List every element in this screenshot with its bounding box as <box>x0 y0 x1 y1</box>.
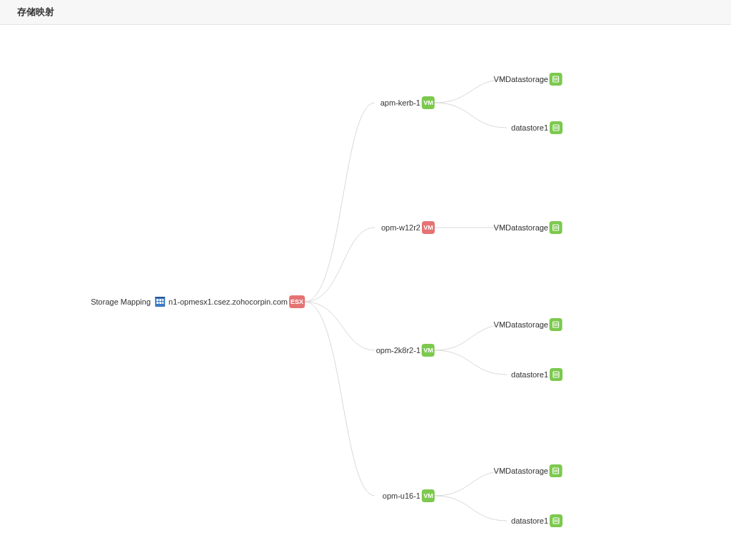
vm-node-1[interactable]: opm-w12r2 VM <box>381 221 435 234</box>
datastore-icon <box>550 368 563 381</box>
vm-label: opm-w12r2 <box>381 223 420 232</box>
svg-rect-26 <box>553 518 559 524</box>
datastore-label: VMDatastorage <box>494 320 548 329</box>
datastore-node[interactable]: datastore1 <box>511 121 563 134</box>
building-icon <box>153 295 166 308</box>
vm-node-3[interactable]: opm-u16-1 VM <box>383 489 435 502</box>
datastore-node[interactable]: datastore1 <box>511 514 563 527</box>
datastore-icon <box>550 121 563 134</box>
vm-label: opm-u16-1 <box>383 492 420 500</box>
svg-rect-20 <box>553 372 559 377</box>
vm-badge: VM <box>422 221 435 234</box>
svg-rect-3 <box>162 299 163 301</box>
datastore-node[interactable]: VMDatastorage <box>494 221 563 234</box>
vm-badge: VM <box>422 344 435 357</box>
datastore-icon <box>550 73 563 86</box>
svg-rect-5 <box>159 302 161 304</box>
datastore-label: datastore1 <box>511 370 548 379</box>
datastore-label: datastore1 <box>511 123 548 132</box>
datastore-label: datastore1 <box>511 516 548 525</box>
root-node[interactable]: Storage Mapping <box>91 295 169 308</box>
datastore-label: VMDatastorage <box>494 75 548 83</box>
datastore-icon <box>550 464 563 477</box>
datastore-label: VMDatastorage <box>494 223 548 232</box>
svg-rect-6 <box>162 302 163 304</box>
svg-rect-7 <box>155 297 165 298</box>
datastore-icon <box>550 318 563 331</box>
esx-badge: ESX <box>289 295 305 308</box>
svg-rect-17 <box>553 322 559 327</box>
esx-host-node[interactable]: n1-opmesx1.csez.zohocorpin.com ESX <box>168 295 305 308</box>
svg-rect-1 <box>156 299 158 301</box>
vm-label: opm-2k8r2-1 <box>376 346 420 355</box>
svg-rect-23 <box>553 468 559 474</box>
connector-lines <box>0 25 731 560</box>
datastore-node[interactable]: VMDatastorage <box>494 464 563 477</box>
svg-rect-8 <box>553 76 559 82</box>
datastore-node[interactable]: datastore1 <box>511 368 563 381</box>
diagram-canvas: Storage Mapping n1-opmesx1.csez.zohocorp… <box>0 25 731 560</box>
svg-rect-14 <box>553 225 559 230</box>
root-label: Storage Mapping <box>91 297 151 306</box>
svg-rect-2 <box>159 299 161 301</box>
vm-node-0[interactable]: apm-kerb-1 VM <box>380 96 435 109</box>
datastore-icon <box>550 221 563 234</box>
datastore-node[interactable]: VMDatastorage <box>494 318 563 331</box>
vm-badge: VM <box>422 96 435 109</box>
vm-node-2[interactable]: opm-2k8r2-1 VM <box>376 344 435 357</box>
svg-rect-4 <box>156 302 158 304</box>
vm-badge: VM <box>422 489 435 502</box>
datastore-label: VMDatastorage <box>494 467 548 475</box>
esx-host-label: n1-opmesx1.csez.zohocorpin.com <box>168 297 288 306</box>
svg-rect-11 <box>553 125 559 131</box>
page-title: 存储映射 <box>0 0 731 25</box>
datastore-node[interactable]: VMDatastorage <box>494 73 563 86</box>
datastore-icon <box>550 514 563 527</box>
vm-label: apm-kerb-1 <box>380 98 420 107</box>
